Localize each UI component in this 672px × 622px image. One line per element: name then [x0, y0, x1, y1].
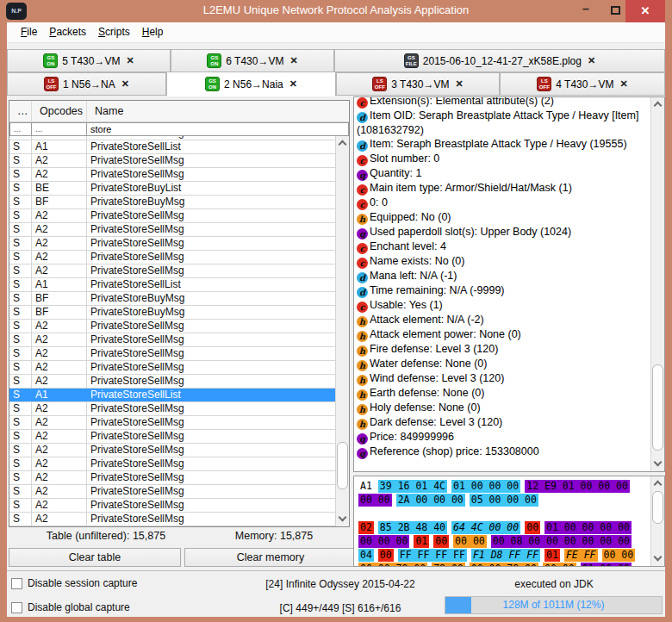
- detail-line[interactable]: qPrice: 849999996: [357, 430, 650, 445]
- table-row[interactable]: SA2PrivateStoreSellMsg: [9, 375, 349, 389]
- hex-scrollbar[interactable]: [650, 476, 664, 566]
- table-row[interactable]: SA2PrivateStoreSellMsg: [9, 154, 349, 168]
- table-row[interactable]: SA2PrivateStoreSellMsg: [9, 402, 349, 416]
- detail-line[interactable]: cEnchant level: 4: [357, 239, 650, 254]
- detail-line[interactable]: hEquipped: No (0): [357, 210, 650, 225]
- tab-6-t430-vm[interactable]: GSON6 T430→VM✕: [171, 49, 334, 72]
- table-row[interactable]: SBFPrivateStoreBuyMsg: [9, 196, 349, 209]
- scroll-up-icon[interactable]: [651, 97, 664, 111]
- detail-line[interactable]: cUsable: Yes (1): [357, 298, 650, 313]
- filter-opcodes-input[interactable]: ...: [32, 122, 87, 136]
- table-row[interactable]: SA1PrivateStoreSellList: [9, 140, 349, 154]
- detail-line[interactable]: c0: 0: [357, 196, 650, 210]
- table-row[interactable]: SA2PrivateStoreSellMsg: [9, 237, 349, 251]
- filter-dir-input[interactable]: ...: [9, 122, 32, 136]
- checkbox-icon[interactable]: [11, 578, 22, 589]
- table-row[interactable]: SA1PrivateStoreSellList: [9, 278, 349, 292]
- tab-close-icon[interactable]: ✕: [121, 78, 129, 90]
- minimize-button[interactable]: –: [572, 0, 600, 22]
- close-button[interactable]: ✕: [625, 0, 665, 22]
- scroll-up-icon[interactable]: [336, 136, 349, 150]
- detail-line[interactable]: cExtension(s): Elemental attribute(s) (2…: [357, 96, 650, 109]
- detail-line[interactable]: hWater defense: None (0): [357, 357, 650, 371]
- detail-line[interactable]: qReference (shop) price: 153308000: [357, 445, 650, 459]
- hex-row[interactable]: 0285 2B 48 4064 4C 00 000001 00 00 00 00: [358, 521, 650, 535]
- detail-line[interactable]: cName exists: No (0): [357, 254, 650, 269]
- table-scroll-thumb[interactable]: [337, 442, 348, 489]
- table-row[interactable]: SA2PrivateStoreSellMsg: [9, 416, 349, 430]
- menu-file[interactable]: File: [15, 22, 43, 43]
- table-row[interactable]: SA2PrivateStoreSellMsg: [9, 485, 349, 499]
- tab-close-icon[interactable]: ✕: [289, 78, 297, 90]
- tab-close-icon[interactable]: ✕: [289, 55, 297, 66]
- detail-line[interactable]: hAttack element: N/A (-2): [357, 313, 650, 327]
- detail-line[interactable]: qQuantity: 1: [357, 166, 650, 181]
- table-row[interactable]: SBFPrivateStoreBuyMsg: [9, 292, 349, 306]
- menu-help[interactable]: Help: [136, 22, 170, 43]
- hex-row[interactable]: A139 16 01 4C01 00 00 0012 E9 01 00 00 0…: [358, 480, 650, 494]
- table-row[interactable]: SA2PrivateStoreSellMsg: [9, 430, 349, 444]
- column-header-name[interactable]: Name: [87, 101, 349, 122]
- disable-global-capture-checkbox[interactable]: Disable global capture: [11, 601, 130, 613]
- table-row[interactable]: SA2PrivateStoreSellMsg: [9, 168, 349, 182]
- detail-scrollbar[interactable]: [650, 97, 664, 471]
- table-row[interactable]: SA2PrivateStoreSellMsg: [9, 499, 349, 513]
- table-row[interactable]: SA2PrivateStoreSellMsg: [9, 264, 349, 278]
- column-header-opcodes[interactable]: Opcodes: [32, 101, 87, 122]
- hex-scroll-thumb[interactable]: [652, 491, 663, 524]
- detail-line[interactable]: hHoly defense: None (0): [357, 401, 650, 415]
- tab-1-n56-na[interactable]: LSOFF1 N56→NA✕: [7, 72, 166, 96]
- table-row[interactable]: SA2PrivateStoreSellMsg: [9, 347, 349, 361]
- hex-row[interactable]: [358, 507, 650, 521]
- table-row[interactable]: SA2PrivateStoreSellMsg: [9, 444, 349, 457]
- clear-memory-button[interactable]: Clear memory: [184, 548, 357, 567]
- table-row[interactable]: SA2PrivateStoreSellMsg: [9, 513, 349, 526]
- hex-row[interactable]: 00 002A 00 00 0005 00 00 00: [358, 494, 650, 507]
- memory-progress-bar[interactable]: 128M of 1011M (12%): [445, 596, 663, 614]
- scroll-up-icon[interactable]: [651, 476, 664, 490]
- hex-row[interactable]: 00 00 00010000 0000 08 00 00 00 00 00 00: [358, 535, 650, 549]
- column-header-dir[interactable]: …: [9, 101, 32, 122]
- table-row[interactable]: SA2PrivateStoreSellMsg: [9, 223, 349, 237]
- table-row[interactable]: SA2PrivateStoreSellMsg: [9, 361, 349, 375]
- tab-4-t430-vm[interactable]: LSOFF4 T430→VM✕: [500, 72, 665, 96]
- detail-line[interactable]: dTime remaining: N/A (-9999): [357, 283, 650, 298]
- table-scrollbar[interactable]: [335, 136, 349, 526]
- table-row[interactable]: SBEPrivateStoreBuyList: [9, 182, 349, 196]
- detail-line[interactable]: cMain item type: Armor/Shield/Hat/Mask (…: [357, 181, 650, 196]
- menu-scripts[interactable]: Scripts: [92, 22, 136, 43]
- detail-line[interactable]: hFire defense: Level 3 (120): [357, 342, 650, 357]
- tab-2015-06-10-12-41-27-xk58e-plog[interactable]: GSFILE2015-06-10_12-41-27_xK58E.plog✕: [334, 49, 665, 72]
- detail-line[interactable]: dMana left: N/A (-1): [357, 269, 650, 283]
- table-row[interactable]: SA2PrivateStoreSellMsg: [9, 471, 349, 485]
- hex-row[interactable]: 00 00 78 0078 0000 00 78 0000 0001 00 00: [358, 563, 650, 567]
- filter-name-input[interactable]: store: [87, 122, 349, 136]
- tab-close-icon[interactable]: ✕: [455, 78, 463, 90]
- table-row[interactable]: SA1PrivateStoreSellList: [9, 389, 349, 402]
- disable-session-capture-checkbox[interactable]: Disable session capture: [11, 577, 137, 589]
- scroll-down-icon[interactable]: [651, 457, 664, 471]
- scroll-down-icon[interactable]: [336, 513, 349, 526]
- tab-3-t430-vm[interactable]: LSOFF3 T430→VM✕: [336, 72, 500, 96]
- clear-table-button[interactable]: Clear table: [9, 548, 181, 567]
- menu-packets[interactable]: Packets: [43, 22, 92, 43]
- table-row[interactable]: SA2PrivateStoreSellMsg: [9, 251, 349, 264]
- tab-close-icon[interactable]: ✕: [588, 55, 595, 66]
- table-row[interactable]: SA2PrivateStoreSellMsg: [9, 320, 349, 333]
- detail-scroll-thumb[interactable]: [652, 364, 663, 451]
- detail-line[interactable]: dItem: Seraph Breastplate Attack Type / …: [357, 137, 650, 152]
- hex-row[interactable]: 0400FF FF FF FFF1 D8 FF FF01FE FF00 00: [358, 549, 650, 563]
- table-row[interactable]: SA2PrivateStoreSellMsg: [9, 457, 349, 471]
- checkbox-icon[interactable]: [11, 602, 22, 613]
- table-row[interactable]: SA2PrivateStoreSellMsg: [9, 209, 349, 223]
- detail-line[interactable]: qUsed paperdoll slot(s): Upper Body (102…: [357, 225, 650, 239]
- scroll-down-icon[interactable]: [651, 552, 664, 566]
- tab-5-t430-vm[interactable]: GSON5 T430→VM✕: [7, 49, 171, 72]
- detail-line[interactable]: hEarth defense: None (0): [357, 386, 650, 401]
- tab-2-n56-naia[interactable]: GSON2 N56→Naia✕: [166, 72, 336, 96]
- detail-line[interactable]: cSlot number: 0: [357, 152, 650, 166]
- detail-line[interactable]: hWind defense: Level 3 (120): [357, 371, 650, 386]
- tab-close-icon[interactable]: ✕: [619, 78, 627, 90]
- detail-line[interactable]: hAttack element power: None (0): [357, 327, 650, 342]
- tab-close-icon[interactable]: ✕: [126, 55, 134, 66]
